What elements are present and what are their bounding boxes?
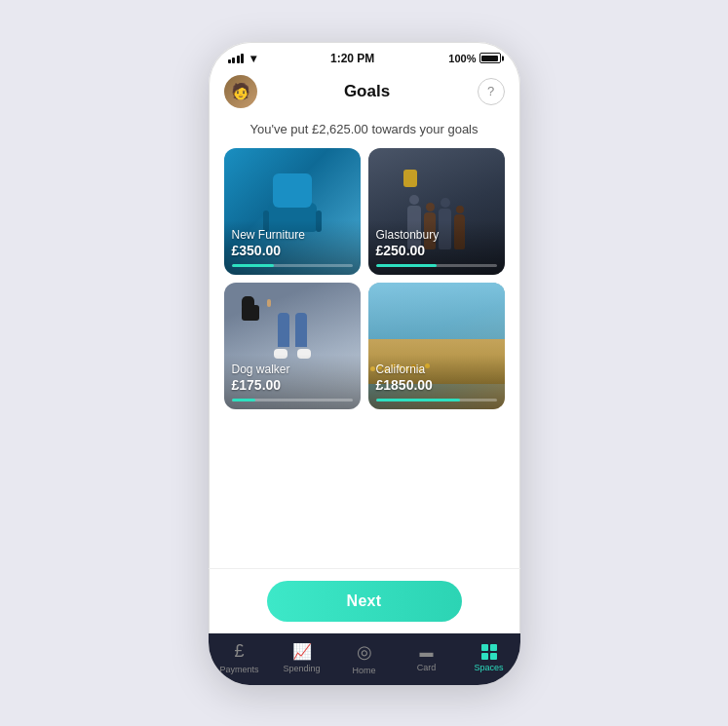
goal-name-furniture: New Furniture — [232, 228, 353, 242]
status-left: ▾ — [228, 52, 257, 65]
status-bar: ▾ 1:20 PM 100% — [209, 42, 520, 69]
goal-card-california[interactable]: California £1850.00 — [368, 283, 505, 409]
spending-label: Spending — [283, 664, 320, 673]
goal-name-glastonbury: Glastonbury — [376, 228, 497, 242]
goal-card-dogwalker[interactable]: Dog walker £175.00 — [224, 283, 361, 409]
page-title: Goals — [344, 82, 390, 101]
goal-name-california: California — [376, 363, 497, 376]
next-button[interactable]: Next — [267, 581, 462, 622]
goal-card-furniture[interactable]: New Furniture £350.00 — [224, 148, 361, 275]
goal-amount-california: £1850.00 — [376, 377, 497, 393]
goal-overlay-furniture: New Furniture £350.00 — [224, 220, 361, 275]
home-icon: ◎ — [357, 641, 372, 663]
goal-progress-furniture — [232, 264, 353, 267]
goals-grid: New Furniture £350.00 — [209, 148, 520, 409]
nav-item-home[interactable]: ◎ Home — [340, 641, 389, 675]
bottom-nav: £ Payments 📈 Spending ◎ Home ▬ Card Spac… — [209, 633, 520, 685]
spaces-icon — [481, 644, 497, 660]
goals-subtitle: You've put £2,625.00 towards your goals — [209, 118, 520, 148]
spending-icon: 📈 — [292, 642, 312, 661]
nav-item-card[interactable]: ▬ Card — [402, 644, 451, 672]
battery-icon — [479, 53, 501, 63]
status-right: 100% — [448, 53, 500, 64]
payments-label: Payments — [219, 665, 258, 674]
goal-amount-furniture: £350.00 — [232, 243, 353, 258]
app-header: 🧑 Goals ? — [209, 69, 520, 118]
home-label: Home — [352, 666, 375, 675]
goal-amount-dogwalker: £175.00 — [232, 377, 353, 393]
spaces-label: Spaces — [474, 663, 503, 672]
phone-shell: ▾ 1:20 PM 100% 🧑 Goals ? You've put £2,6… — [209, 42, 520, 685]
goal-name-dogwalker: Dog walker — [232, 363, 353, 376]
card-icon: ▬ — [420, 644, 434, 660]
signal-bars-icon — [228, 54, 245, 63]
goal-progress-glastonbury — [376, 264, 497, 267]
next-button-wrap: Next — [209, 569, 520, 633]
nav-item-spending[interactable]: 📈 Spending — [278, 642, 326, 673]
goal-overlay-glastonbury: Glastonbury £250.00 — [368, 220, 505, 275]
nav-item-payments[interactable]: £ Payments — [215, 641, 264, 674]
goal-amount-glastonbury: £250.00 — [376, 243, 497, 258]
goal-overlay-california: California £1850.00 — [368, 355, 505, 409]
payments-icon: £ — [234, 641, 244, 662]
avatar: 🧑 — [224, 75, 257, 108]
goal-card-glastonbury[interactable]: Glastonbury £250.00 — [368, 148, 505, 275]
help-icon: ? — [487, 84, 494, 98]
card-label: Card — [417, 663, 437, 672]
goal-progress-dogwalker — [232, 399, 353, 401]
battery-percent: 100% — [448, 53, 476, 64]
help-button[interactable]: ? — [478, 78, 505, 105]
nav-item-spaces[interactable]: Spaces — [465, 644, 514, 672]
wifi-icon: ▾ — [250, 52, 256, 65]
goal-progress-california — [376, 399, 497, 401]
goal-overlay-dogwalker: Dog walker £175.00 — [224, 355, 361, 409]
status-time: 1:20 PM — [330, 52, 374, 65]
